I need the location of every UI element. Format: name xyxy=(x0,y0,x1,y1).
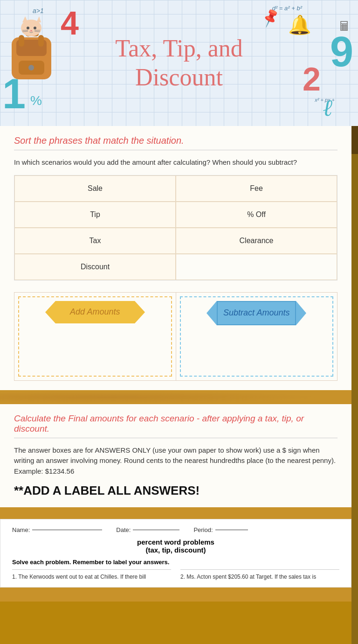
deco-number-9: 9 xyxy=(330,28,353,76)
sort-paper-section: Sort the phrases that match the situatio… xyxy=(0,126,351,390)
title-line2: Discount xyxy=(135,64,223,91)
add-amounts-label: Add Amounts xyxy=(70,307,120,317)
add-ribbon: Add Amounts xyxy=(44,301,146,323)
sort-cell-tip[interactable]: Tip xyxy=(14,202,176,228)
sort-cell-sale[interactable]: Sale xyxy=(14,175,176,202)
deco-number-4: 4 xyxy=(61,5,79,42)
bottom-cork xyxy=(0,588,358,602)
ribbon-center-blue: Subtract Amounts xyxy=(217,301,296,325)
ribbon-center-gold: Add Amounts xyxy=(55,301,135,323)
svg-rect-3 xyxy=(38,35,44,47)
cork-separator-2 xyxy=(0,507,358,519)
ribbon-blue-left-tail xyxy=(207,301,217,325)
name-underline[interactable] xyxy=(32,530,102,530)
sort-divider xyxy=(14,150,337,150)
worksheet-problem-2: 2. Ms. Acton spent $205.60 at Target. If… xyxy=(180,569,339,580)
title-line1: Tax, Tip, and xyxy=(115,35,243,62)
sort-row-3: Tax Clearance xyxy=(14,228,337,254)
sort-cell-discount[interactable]: Discount xyxy=(14,254,176,280)
sort-row-1: Sale Fee xyxy=(14,175,337,202)
subtract-amounts-area: Subtract Amounts xyxy=(176,293,337,380)
svg-point-12 xyxy=(30,30,32,32)
worksheet-section: Name: Date: Period: percent word problem… xyxy=(0,519,351,588)
svg-marker-8 xyxy=(22,16,28,22)
svg-rect-2 xyxy=(19,35,24,47)
header-title: Tax, Tip, and Discount xyxy=(115,34,243,92)
worksheet-title-line1: percent word problems xyxy=(137,538,214,546)
sort-cell-tax[interactable]: Tax xyxy=(14,228,176,254)
deco-backpack xyxy=(5,14,61,89)
worksheet-problem-1: 1. The Kerwoods went out to eat at Chill… xyxy=(12,569,171,580)
worksheet-instruction: Solve each problem. Remember to label yo… xyxy=(12,559,339,566)
period-underline[interactable] xyxy=(215,530,248,530)
sort-row-2: Tip % Off xyxy=(14,202,337,228)
date-label: Date: xyxy=(116,526,131,533)
deco-loop-icon: ℓ xyxy=(323,94,332,121)
scrollbar[interactable] xyxy=(351,126,358,644)
sort-cell-empty xyxy=(176,254,337,280)
sort-subtitle: In which scenarios would you add the amo… xyxy=(14,157,337,168)
banner-sort-area: Add Amounts xyxy=(14,292,337,381)
svg-point-11 xyxy=(34,27,36,29)
sort-cell-pct-off[interactable]: % Off xyxy=(176,202,337,228)
calculate-section: Calculate the Final amounts for each sce… xyxy=(0,404,351,508)
svg-marker-9 xyxy=(36,16,41,22)
add-amounts-area: Add Amounts xyxy=(14,293,176,380)
worksheet-title: percent word problems (tax, tip, discoun… xyxy=(12,538,339,554)
deco-ring-icon: 🔔 xyxy=(288,14,311,36)
deco-formula-1: a>1 xyxy=(33,7,44,14)
problem-1-text: 1. The Kerwoods went out to eat at Chill… xyxy=(12,574,146,580)
svg-point-10 xyxy=(27,27,29,29)
ribbon-right-tail xyxy=(135,301,145,323)
sort-row-4: Discount xyxy=(14,254,337,280)
calculate-title: Calculate the Final amounts for each sce… xyxy=(14,413,337,434)
worksheet-problems: 1. The Kerwoods went out to eat at Chill… xyxy=(12,569,339,580)
sort-cell-clearance[interactable]: Clearance xyxy=(176,228,337,254)
subtract-amounts-label: Subtract Amounts xyxy=(223,308,289,318)
deco-percent: % xyxy=(30,93,42,108)
calculate-divider xyxy=(14,438,337,438)
date-underline[interactable] xyxy=(133,530,179,530)
ribbon-blue-right-tail xyxy=(296,301,306,325)
name-label: Name: xyxy=(12,526,30,533)
period-field: Period: xyxy=(193,526,248,533)
cork-separator-1 xyxy=(0,390,358,404)
add-label-notice: **ADD A LABEL ALL ANSWERS! xyxy=(14,483,337,498)
ribbon-left-tail xyxy=(45,301,55,323)
worksheet-title-line2: (tax, tip, discount) xyxy=(145,546,206,554)
svg-point-5 xyxy=(28,65,34,70)
date-field: Date: xyxy=(116,526,179,533)
worksheet-fields: Name: Date: Period: xyxy=(12,526,339,533)
name-field: Name: xyxy=(12,526,102,533)
sort-grid: Sale Fee Tip % Off Tax Clearance Discoun… xyxy=(14,175,337,280)
period-label: Period: xyxy=(193,526,213,533)
deco-number-2: 2 xyxy=(303,61,321,98)
problem-2-text: 2. Ms. Acton spent $205.60 at Target. If… xyxy=(180,574,316,580)
scrollbar-thumb[interactable] xyxy=(351,126,358,154)
subtract-ribbon: Subtract Amounts xyxy=(205,301,308,325)
sort-cell-fee[interactable]: Fee xyxy=(176,175,337,202)
sort-section-title: Sort the phrases that match the situatio… xyxy=(14,135,337,146)
header-section: a>1 d² = a² + b² xyxy=(0,0,358,126)
calculate-instructions: The answer boxes are for ANSWERS ONLY (u… xyxy=(14,445,337,477)
